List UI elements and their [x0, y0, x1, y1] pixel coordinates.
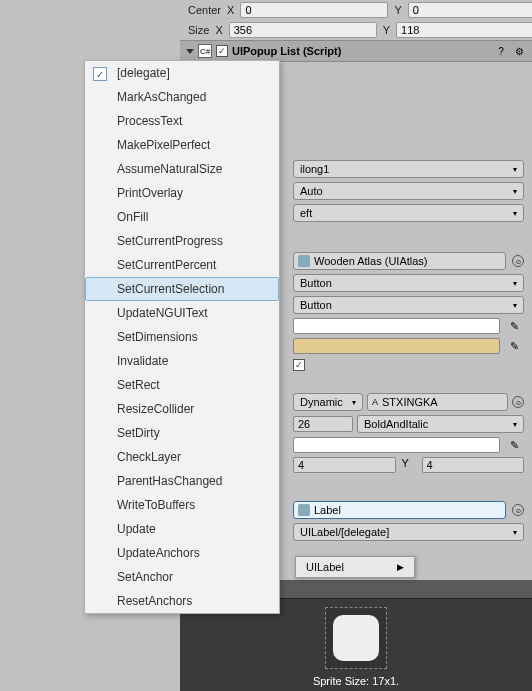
- animated-checkbox[interactable]: ✓: [293, 359, 305, 371]
- chevron-down-icon: ▾: [513, 279, 517, 288]
- font-style-dropdown[interactable]: BoldAndItalic ▾: [357, 415, 524, 433]
- sub-menu: UILabel ▶: [295, 556, 415, 578]
- notify-field[interactable]: Label: [293, 501, 506, 519]
- sub-menu-item[interactable]: UILabel ▶: [296, 557, 414, 577]
- dropdown-value: Dynamic: [300, 396, 343, 408]
- font-type-dropdown[interactable]: Dynamic ▾: [293, 393, 363, 411]
- dropdown-value: Auto: [300, 185, 323, 197]
- menu-item[interactable]: CheckLayer: [85, 445, 279, 469]
- chevron-right-icon: ▶: [397, 562, 404, 572]
- menu-item[interactable]: Invalidate: [85, 349, 279, 373]
- alignment-dropdown[interactable]: eft ▾: [293, 204, 524, 222]
- highlight-dropdown[interactable]: Button ▾: [293, 296, 524, 314]
- padding-x-input[interactable]: [293, 457, 396, 473]
- chevron-down-icon: ▾: [513, 420, 517, 429]
- menu-item[interactable]: AssumeNaturalSize: [85, 157, 279, 181]
- eyedropper-icon[interactable]: ✎: [510, 320, 524, 333]
- menu-item[interactable]: WriteToBuffers: [85, 493, 279, 517]
- default-dropdown[interactable]: ilong1 ▾: [293, 160, 524, 178]
- center-row: Center X Y Z: [180, 0, 532, 20]
- object-value: STXINGKA: [382, 396, 503, 408]
- font-size-input[interactable]: [293, 416, 353, 432]
- chevron-down-icon: ▾: [352, 398, 356, 407]
- method-dropdown[interactable]: UILabel/[delegate] ▾: [293, 523, 524, 541]
- menu-item[interactable]: SetCurrentProgress: [85, 229, 279, 253]
- y-label: Y: [394, 4, 401, 16]
- foldout-icon[interactable]: [186, 49, 194, 54]
- chevron-down-icon: ▾: [513, 165, 517, 174]
- menu-item[interactable]: SetDimensions: [85, 325, 279, 349]
- position-dropdown[interactable]: Auto ▾: [293, 182, 524, 200]
- menu-item[interactable]: ResizeCollider: [85, 397, 279, 421]
- object-picker-icon[interactable]: ⊙: [512, 504, 524, 516]
- menu-item[interactable]: SetAnchor: [85, 565, 279, 589]
- dropdown-value: Button: [300, 277, 332, 289]
- y-label: Y: [383, 24, 390, 36]
- sprite-size-label: Sprite Size: 17x1.: [313, 675, 399, 687]
- object-icon: [298, 255, 310, 267]
- chevron-down-icon: ▾: [513, 209, 517, 218]
- sub-menu-label: UILabel: [306, 561, 344, 573]
- center-x-input[interactable]: [240, 2, 388, 18]
- help-icon[interactable]: ?: [494, 44, 508, 58]
- dropdown-value: eft: [300, 207, 312, 219]
- atlas-field[interactable]: Wooden Atlas (UIAtlas): [293, 252, 506, 270]
- x-label: X: [215, 24, 222, 36]
- chevron-down-icon: ▾: [513, 528, 517, 537]
- object-icon: [298, 504, 310, 516]
- menu-item[interactable]: OnFill: [85, 205, 279, 229]
- font-icon: A: [372, 397, 378, 407]
- menu-item[interactable]: MakePixelPerfect: [85, 133, 279, 157]
- menu-item[interactable]: [delegate]: [85, 61, 279, 85]
- center-y-input[interactable]: [408, 2, 532, 18]
- size-row: Size X Y Z: [180, 20, 532, 40]
- menu-item[interactable]: ParentHasChanged: [85, 469, 279, 493]
- text-color[interactable]: [293, 437, 500, 453]
- gear-icon[interactable]: ⚙: [512, 44, 526, 58]
- x-label: X: [227, 4, 234, 16]
- eyedropper-icon[interactable]: ✎: [510, 439, 524, 452]
- padding-y-input[interactable]: [422, 457, 525, 473]
- font-object-field[interactable]: A STXINGKA: [367, 393, 508, 411]
- size-label: Size: [188, 24, 209, 36]
- component-header[interactable]: C# ✓ UIPopup List (Script) ? ⚙: [180, 40, 532, 62]
- menu-item[interactable]: SetDirty: [85, 421, 279, 445]
- object-picker-icon[interactable]: ⊙: [512, 255, 524, 267]
- object-value: Wooden Atlas (UIAtlas): [314, 255, 501, 267]
- background-color[interactable]: [293, 318, 500, 334]
- size-x-input[interactable]: [229, 22, 377, 38]
- menu-item[interactable]: ResetAnchors: [85, 589, 279, 613]
- enable-checkbox[interactable]: ✓: [216, 45, 228, 57]
- context-menu: ✓ [delegate]MarkAsChangedProcessTextMake…: [84, 60, 280, 614]
- chevron-down-icon: ▾: [513, 187, 517, 196]
- menu-item[interactable]: ProcessText: [85, 109, 279, 133]
- object-picker-icon[interactable]: ⊙: [512, 396, 524, 408]
- object-value: Label: [314, 504, 501, 516]
- background-dropdown[interactable]: Button ▾: [293, 274, 524, 292]
- menu-item[interactable]: SetCurrentSelection: [85, 277, 279, 301]
- dropdown-value: UILabel/[delegate]: [300, 526, 389, 538]
- sprite-thumbnail[interactable]: [325, 607, 387, 669]
- menu-item[interactable]: MarkAsChanged: [85, 85, 279, 109]
- menu-item[interactable]: UpdateAnchors: [85, 541, 279, 565]
- highlight-color[interactable]: [293, 338, 500, 354]
- script-icon: C#: [198, 44, 212, 58]
- dropdown-value: BoldAndItalic: [364, 418, 428, 430]
- menu-item[interactable]: PrintOverlay: [85, 181, 279, 205]
- menu-item[interactable]: SetCurrentPercent: [85, 253, 279, 277]
- dropdown-value: ilong1: [300, 163, 329, 175]
- center-label: Center: [188, 4, 221, 16]
- component-title: UIPopup List (Script): [232, 45, 490, 57]
- chevron-down-icon: ▾: [513, 301, 517, 310]
- dropdown-value: Button: [300, 299, 332, 311]
- size-y-input[interactable]: [396, 22, 532, 38]
- eyedropper-icon[interactable]: ✎: [510, 340, 524, 353]
- menu-item[interactable]: Update: [85, 517, 279, 541]
- menu-item[interactable]: UpdateNGUIText: [85, 301, 279, 325]
- menu-item[interactable]: SetRect: [85, 373, 279, 397]
- y-label: Y: [402, 457, 416, 473]
